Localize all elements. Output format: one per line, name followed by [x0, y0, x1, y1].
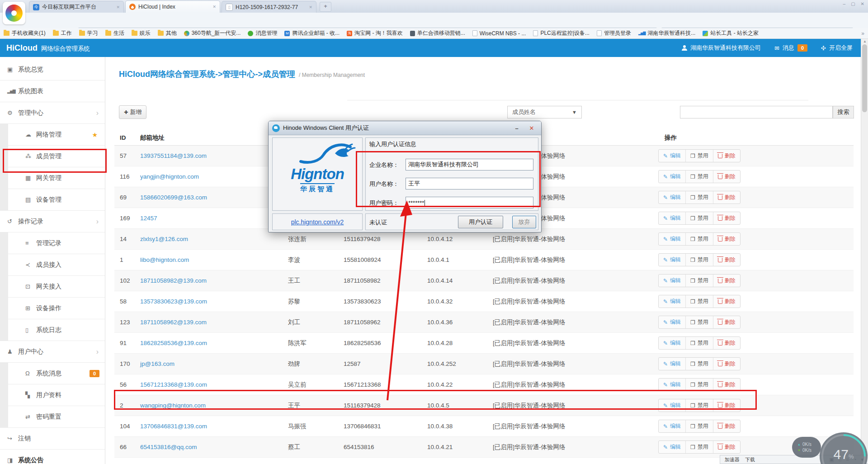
disable-button[interactable]: ❐禁用: [685, 420, 713, 432]
member-email-link[interactable]: 13937551184@139.com: [135, 152, 283, 159]
edit-button[interactable]: ✎编辑: [659, 191, 685, 204]
close-tab-icon[interactable]: ✕: [116, 5, 120, 9]
edit-button[interactable]: ✎编辑: [659, 337, 685, 349]
delete-button[interactable]: 删除: [713, 441, 740, 453]
sidebar-item-monitor[interactable]: ▣系统总览: [0, 59, 105, 80]
disable-button[interactable]: ❐禁用: [685, 379, 713, 391]
disable-button[interactable]: ❐禁用: [685, 337, 713, 349]
delete-button[interactable]: 删除: [713, 295, 740, 308]
hignton-link[interactable]: plc.hignton.com/v2: [291, 218, 344, 226]
disable-button[interactable]: ❐禁用: [685, 191, 713, 204]
add-member-button[interactable]: ✚ 新增: [119, 105, 146, 119]
edit-button[interactable]: ✎编辑: [659, 254, 685, 266]
member-email-link[interactable]: yangjin@hignton.com: [135, 173, 283, 180]
bookmark-item[interactable]: PLC远程监控|设备...: [533, 29, 589, 37]
edit-button[interactable]: ✎编辑: [659, 150, 685, 162]
minimize-icon[interactable]: –: [843, 1, 846, 6]
member-email-link[interactable]: 18628258536@139.com: [135, 340, 283, 346]
filter-dropdown[interactable]: 成员姓名 ▼: [507, 106, 582, 118]
delete-button[interactable]: 删除: [713, 233, 740, 245]
sidebar-item-bell[interactable]: Ω系统消息0: [0, 363, 105, 384]
close-tab-icon[interactable]: ✕: [309, 5, 312, 9]
new-tab-button[interactable]: +: [320, 2, 331, 12]
disable-button[interactable]: ❐禁用: [685, 316, 713, 328]
sidebar-item-share[interactable]: ≺成员接入: [0, 254, 105, 276]
disable-button[interactable]: ❐禁用: [685, 170, 713, 183]
sidebar-item-chart[interactable]: ▂▅▇系统图表: [0, 80, 105, 102]
header-company[interactable]: 湖南华辰智通科技有限公司: [682, 44, 761, 52]
disable-button[interactable]: ❐禁用: [685, 150, 713, 162]
member-email-link[interactable]: 13706846831@139.com: [135, 423, 283, 430]
disable-button[interactable]: ❐禁用: [685, 275, 713, 287]
delete-button[interactable]: 删除: [713, 316, 740, 328]
browser-logo[interactable]: [3, 2, 25, 24]
sidebar-item-users[interactable]: ♟用户中心›: [0, 341, 105, 363]
sidebar-item-file[interactable]: ▯系统日志: [0, 319, 105, 341]
bookmark-item[interactable]: 管理员登录: [597, 29, 631, 37]
edit-button[interactable]: ✎编辑: [659, 212, 685, 224]
delete-button[interactable]: 删除: [713, 337, 740, 349]
sidebar-item-plus-square[interactable]: ⊞设备操作: [0, 298, 105, 319]
tab-hicloud[interactable]: HiCloud | Index ✕: [125, 0, 220, 13]
dialog-titlebar[interactable]: Hinode Windows Client 用户认证 – ✕: [269, 121, 541, 135]
bookmark-item[interactable]: 消息管理: [248, 29, 277, 37]
disable-button[interactable]: ❐禁用: [685, 441, 713, 453]
sidebar-item-cloud[interactable]: ☁网络管理★: [0, 124, 105, 146]
authenticate-button[interactable]: 用户认证: [458, 216, 503, 228]
delete-button[interactable]: 删除: [713, 379, 740, 391]
delete-button[interactable]: 删除: [713, 254, 740, 266]
delete-button[interactable]: 删除: [713, 191, 740, 204]
disable-button[interactable]: ❐禁用: [685, 212, 713, 224]
edit-button[interactable]: ✎编辑: [659, 379, 685, 391]
member-email-link[interactable]: 654153816@qq.com: [135, 444, 283, 450]
memory-usage-widget[interactable]: 47 %: [820, 432, 868, 464]
sidebar-item-reset[interactable]: ⇄密码重置: [0, 406, 105, 428]
tab-h120[interactable]: ▯ H120-1509-1617-2932-77 ✕: [222, 1, 316, 13]
edit-button[interactable]: ✎编辑: [659, 295, 685, 308]
delete-button[interactable]: 删除: [713, 420, 740, 432]
close-icon[interactable]: ✕: [861, 1, 864, 6]
member-email-link[interactable]: 18711058962@139.com: [135, 319, 283, 326]
bookmark-item[interactable]: 其他: [158, 29, 177, 37]
member-search-input[interactable]: [680, 106, 833, 118]
sidebar-item-announce[interactable]: ◨系统公告: [0, 450, 105, 464]
delete-button[interactable]: 删除: [713, 212, 740, 224]
scrollbar-thumb[interactable]: [862, 44, 867, 112]
bookmark-item[interactable]: 娱乐: [132, 29, 151, 37]
bookmark-item[interactable]: 淘宝网 - 淘！我喜欢: [347, 29, 403, 37]
bookmark-item[interactable]: 腾讯企业邮箱 - 收...: [284, 29, 340, 37]
member-email-link[interactable]: 12457: [135, 215, 283, 222]
bookmarks-overflow-icon[interactable]: »: [861, 30, 864, 37]
disable-button[interactable]: ❐禁用: [685, 254, 713, 266]
bookmark-item[interactable]: ▂▅▇湖南华辰智通科技...: [638, 29, 695, 37]
bookmark-item[interactable]: 学习: [79, 29, 98, 37]
page-scrollbar[interactable]: ▲ ▼: [861, 39, 868, 455]
member-email-link[interactable]: 18711058982@139.com: [135, 277, 283, 284]
bookmark-item[interactable]: 360导航_新一代安...: [184, 29, 241, 37]
member-email-link[interactable]: zlxlsy1@126.com: [135, 236, 283, 242]
accelerator-label[interactable]: 加速器: [725, 456, 740, 463]
sidebar-item-share-square[interactable]: ⊡网关接入: [0, 276, 105, 298]
member-email-link[interactable]: 15866020699@163.com: [135, 194, 283, 201]
bookmark-item[interactable]: 工作: [53, 29, 72, 37]
delete-button[interactable]: 删除: [713, 150, 740, 162]
edit-button[interactable]: ✎编辑: [659, 316, 685, 328]
sidebar-item-calendar[interactable]: ▤设备管理: [0, 189, 105, 211]
disable-button[interactable]: ❐禁用: [685, 233, 713, 245]
bookmark-item[interactable]: 生活: [105, 29, 124, 37]
edit-button[interactable]: ✎编辑: [659, 441, 685, 453]
bookmark-item[interactable]: 单仁合强移动营销...: [410, 29, 465, 37]
edit-button[interactable]: ✎编辑: [659, 233, 685, 245]
cancel-button[interactable]: 放弃: [512, 216, 536, 228]
maximize-icon[interactable]: ▢: [851, 1, 855, 6]
edit-button[interactable]: ✎编辑: [659, 275, 685, 287]
delete-button[interactable]: 删除: [713, 358, 740, 370]
tab-jinmubiao[interactable]: 今 今目标互联网工作平台 ✕: [29, 1, 124, 13]
sidebar-item-file-lines[interactable]: ≡管理记录: [0, 232, 105, 254]
header-messages[interactable]: ✉ 消息 0: [774, 44, 807, 52]
minimize-icon[interactable]: –: [511, 125, 523, 132]
bookmark-item[interactable]: 站长工具 - 站长之家: [703, 29, 759, 37]
edit-button[interactable]: ✎编辑: [659, 420, 685, 432]
bookmark-item[interactable]: 手机收藏夹(1): [4, 29, 46, 37]
header-fullscreen[interactable]: ✣ 开启全屏: [821, 44, 853, 52]
